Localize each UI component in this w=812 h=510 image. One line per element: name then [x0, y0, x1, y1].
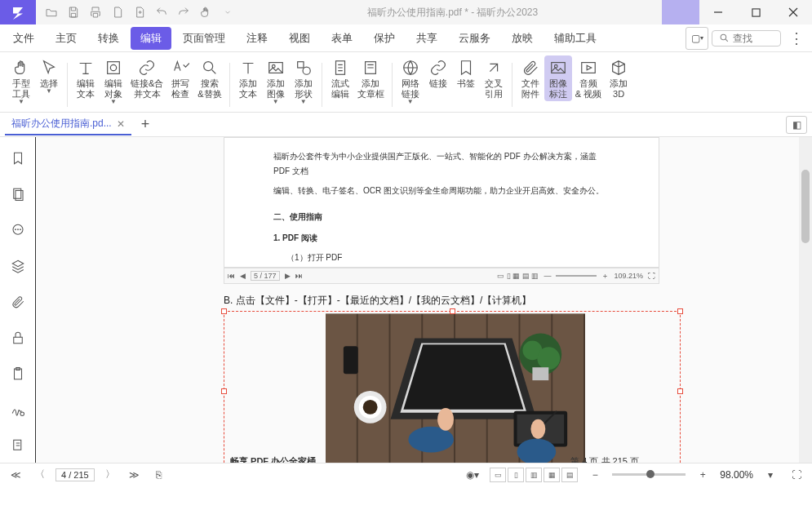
document-viewport[interactable]: ◈ 📎 🔒 ▭ ⋯ 福昕办公套件专为中小企业提供国产正版化、一站式、智能化的 P… [36, 137, 812, 463]
view-single-icon[interactable]: ▭ [490, 468, 506, 482]
document-tab[interactable]: 福昕办公使用指南.pd... ✕ [5, 113, 131, 135]
menu-protect[interactable]: 保护 [364, 27, 405, 50]
bookmark-icon[interactable] [8, 149, 28, 168]
fullscreen-icon[interactable]: ⛶ [788, 466, 805, 484]
menu-comment[interactable]: 注释 [237, 27, 277, 50]
open-icon[interactable] [41, 2, 62, 23]
clipboard-icon[interactable] [8, 364, 28, 384]
ribbon-g3-1[interactable]: 添加 图像▼ [262, 55, 290, 107]
window-restore-placeholder[interactable] [662, 0, 699, 24]
search-box[interactable] [712, 30, 781, 47]
app-logo[interactable] [0, 0, 36, 24]
ribbon-g4-1[interactable]: 添加 文章框 [354, 55, 388, 101]
menu-present[interactable]: 放映 [502, 27, 543, 50]
print-icon[interactable] [85, 2, 106, 23]
menu-form[interactable]: 表单 [322, 27, 362, 50]
image-selection-frame[interactable] [224, 311, 681, 463]
resize-handle[interactable] [450, 308, 455, 314]
menu-cloud[interactable]: 云服务 [449, 27, 500, 50]
page-add-icon[interactable] [129, 2, 150, 23]
ribbon-g3-2[interactable]: 添加 形状▼ [290, 55, 317, 107]
menu-convert[interactable]: 转换 [88, 27, 129, 50]
first-page-icon[interactable]: ≪ [7, 466, 24, 484]
menu-view[interactable]: 视图 [279, 27, 320, 50]
view-facing-icon[interactable]: ▥ [526, 468, 542, 482]
history-icon[interactable] [8, 436, 28, 455]
ribbon-g6-2[interactable]: 音频 & 视频 [572, 55, 605, 101]
attachment-icon[interactable] [8, 292, 28, 312]
resize-handle[interactable] [221, 388, 227, 394]
mini-first-icon[interactable]: ⏮ [228, 272, 235, 280]
mini-last-icon[interactable]: ⏭ [295, 272, 303, 280]
last-page-icon[interactable]: ≫ [126, 466, 144, 484]
zoom-out-icon[interactable]: − [586, 466, 604, 484]
mini-next-icon[interactable]: ▶ [285, 272, 291, 280]
scrollbar[interactable] [799, 137, 812, 463]
menu-home[interactable]: 主页 [46, 27, 87, 50]
ribbon-g2-2[interactable]: 链接&合 并文本 [127, 55, 166, 101]
ribbon-g2-3[interactable]: 拼写 检查 [166, 55, 194, 101]
view-contfacing-icon[interactable]: ▦ [544, 468, 560, 482]
mini-view-icons[interactable]: ▭ ▯ ▦ ▤ ▥ [497, 272, 539, 280]
mini-fullscreen-icon[interactable]: ⛶ [648, 272, 655, 280]
ribbon-g4-0[interactable]: 流式 编辑 [326, 55, 354, 101]
resize-handle[interactable] [221, 308, 227, 314]
lock-icon[interactable] [8, 328, 28, 348]
close-button[interactable] [774, 0, 812, 24]
save-icon[interactable] [63, 2, 84, 23]
ribbon-g5-0[interactable]: 网络 链接▼ [397, 55, 424, 107]
add-tab-button[interactable]: + [138, 116, 153, 133]
layers-icon[interactable] [8, 256, 28, 276]
ribbon-g2-1[interactable]: 编辑 对象▼ [100, 55, 127, 107]
mini-prev-icon[interactable]: ◀ [240, 272, 246, 280]
comment-icon[interactable] [8, 220, 28, 240]
zoom-in-icon[interactable]: + [694, 466, 712, 484]
ribbon-g1-0[interactable]: 手型 工具▼ [7, 55, 35, 107]
prev-page-icon[interactable]: 〈 [31, 466, 49, 484]
maximize-button[interactable] [737, 0, 774, 24]
menu-edit[interactable]: 编辑 [131, 27, 171, 50]
resize-handle[interactable] [677, 388, 683, 394]
close-tab-icon[interactable]: ✕ [117, 118, 125, 130]
svg-point-13 [554, 64, 557, 68]
undo-icon[interactable] [151, 2, 172, 23]
zoom-slider[interactable] [612, 473, 686, 476]
menu-a11y[interactable]: 辅助工具 [544, 27, 606, 50]
reading-mode-icon[interactable]: ◉▾ [464, 466, 481, 484]
minimize-button[interactable] [699, 0, 737, 24]
ribbon-g2-0[interactable]: 编辑 文本 [72, 55, 100, 101]
zoom-dropdown-icon[interactable]: ▾ [761, 466, 779, 484]
ribbon-collapse-icon[interactable]: ▢▾ [686, 27, 708, 50]
ribbon-g5-2[interactable]: 书签 [452, 55, 480, 91]
next-page-icon[interactable]: 〉 [101, 466, 119, 484]
zoom-knob[interactable] [646, 470, 654, 478]
ribbon-g3-0[interactable]: 添加 文本 [234, 55, 262, 101]
redo-icon[interactable] [173, 2, 194, 23]
ribbon-g6-0[interactable]: 文件 附件 [517, 55, 544, 101]
view-cont-icon[interactable]: ▯ [508, 468, 524, 482]
panel-toggle-icon[interactable]: ◧ [786, 116, 807, 134]
search-input[interactable] [733, 33, 774, 44]
fit-page-icon[interactable]: ⎘ [150, 466, 168, 484]
ribbon-g2-4[interactable]: 搜索 &替换 [194, 55, 224, 101]
resize-handle[interactable] [677, 308, 683, 314]
scrollbar-thumb[interactable] [801, 170, 810, 243]
chevron-down-icon[interactable] [217, 2, 238, 23]
inserted-image[interactable] [326, 313, 585, 463]
signature-icon[interactable] [8, 400, 28, 419]
menu-page[interactable]: 页面管理 [173, 27, 235, 50]
menu-file[interactable]: 文件 [3, 27, 44, 50]
hand-icon[interactable] [195, 2, 216, 23]
ribbon-g5-3[interactable]: 交叉 引用 [480, 55, 508, 101]
ribbon-g6-3[interactable]: 添加 3D [605, 55, 632, 101]
page-icon[interactable] [107, 2, 128, 23]
menu-share[interactable]: 共享 [406, 27, 447, 50]
more-icon[interactable]: ⋮ [784, 29, 809, 47]
view-thumb-icon[interactable]: ▤ [561, 468, 578, 482]
page-number-box[interactable]: 4 / 215 [55, 468, 95, 481]
mini-page-box[interactable]: 5 / 177 [251, 271, 280, 281]
ribbon-g5-1[interactable]: 链接 [424, 55, 452, 91]
ribbon-g1-1[interactable]: 选择▼ [35, 55, 63, 96]
ribbon-g6-1[interactable]: 图像 标注 [544, 55, 572, 101]
pages-icon[interactable] [8, 184, 28, 204]
